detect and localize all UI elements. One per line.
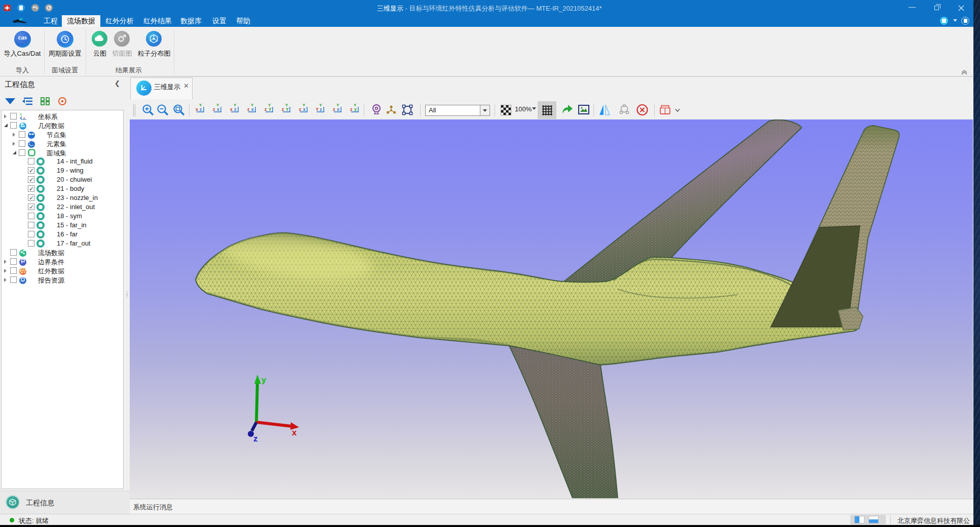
svg-text:z: z: [247, 107, 249, 112]
svg-text:z: z: [265, 107, 267, 112]
svg-text:x: x: [251, 107, 254, 112]
svg-text:x: x: [303, 107, 306, 112]
svg-text:Y: Y: [216, 103, 219, 107]
svg-text:Y: Y: [269, 107, 272, 112]
svg-text:Y: Y: [286, 107, 289, 112]
svg-text:Y: Y: [199, 103, 202, 107]
svg-text:Y: Y: [251, 103, 254, 107]
svg-text:Y: Y: [336, 103, 340, 107]
svg-text:Y: Y: [268, 103, 271, 107]
svg-text:z: z: [299, 107, 301, 112]
svg-text:z: z: [200, 107, 202, 112]
svg-text:z: z: [350, 107, 352, 112]
svg-text:Y: Y: [303, 103, 306, 107]
svg-text:z: z: [333, 107, 335, 112]
svg-text:Y: Y: [20, 113, 22, 116]
svg-text:x: x: [337, 107, 340, 112]
svg-text:y: y: [354, 107, 357, 112]
svg-text:z: z: [234, 107, 236, 112]
svg-text:x: x: [217, 107, 219, 112]
svg-text:z: z: [282, 107, 284, 112]
svg-text:Y: Y: [234, 103, 237, 107]
svg-text:x: x: [292, 428, 297, 437]
svg-text:x: x: [23, 116, 25, 119]
svg-text:z: z: [253, 434, 258, 443]
svg-text:Y: Y: [285, 103, 288, 107]
svg-text:z: z: [213, 107, 215, 112]
svg-text:y: y: [261, 375, 267, 385]
svg-text:Y: Y: [316, 107, 319, 112]
svg-text:x: x: [230, 107, 233, 112]
svg-text:Y: Y: [354, 103, 357, 107]
svg-text:x: x: [196, 107, 198, 112]
svg-text:Y: Y: [319, 103, 322, 107]
svg-text:z: z: [320, 107, 322, 112]
